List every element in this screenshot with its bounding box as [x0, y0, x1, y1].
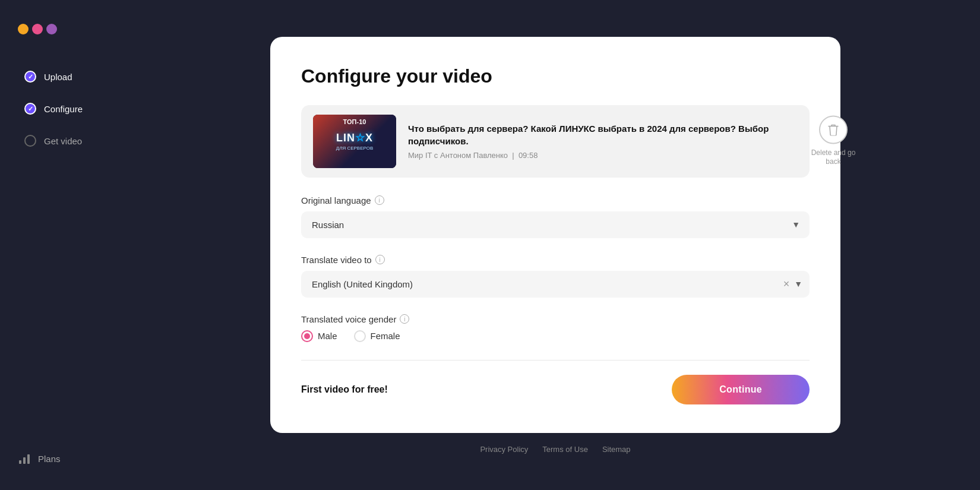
voice-gender-label: Translated voice gender i — [301, 314, 810, 324]
translate-to-label: Translate video to i — [301, 255, 810, 265]
delete-button[interactable]: Delete and go back — [810, 115, 857, 167]
svg-rect-2 — [27, 454, 30, 464]
original-language-label: Original language i — [301, 195, 810, 206]
radio-female-outer — [354, 330, 366, 342]
translate-to-select-wrapper: English (United Kingdom) English (United… — [301, 271, 810, 298]
radio-male-inner — [304, 333, 310, 339]
thumbnail-sub-text: ДЛЯ СЕРВЕРОВ — [336, 146, 374, 151]
svg-rect-0 — [19, 460, 21, 464]
radio-female-label: Female — [371, 331, 400, 341]
promo-label: First video for free! — [301, 384, 388, 395]
footer-terms-link[interactable]: Terms of Use — [542, 445, 588, 454]
continue-button[interactable]: Continue — [672, 375, 810, 404]
get-video-icon — [24, 134, 37, 147]
sidebar-item-upload-label: Upload — [44, 72, 72, 82]
translate-to-info-icon[interactable]: i — [375, 255, 385, 264]
radio-female[interactable]: Female — [354, 330, 400, 342]
configure-card: Configure your video ТОП-10 LIN☆X ДЛЯ СЕ… — [270, 37, 840, 433]
video-preview: ТОП-10 LIN☆X ДЛЯ СЕРВЕРОВ Что выбрать дл… — [301, 105, 810, 178]
video-title: Что выбрать для сервера? Какой ЛИНУКС вы… — [408, 122, 798, 147]
translate-to-clear-button[interactable]: × — [783, 279, 790, 289]
logo — [0, 18, 131, 58]
page-title: Configure your video — [301, 65, 810, 87]
delete-button-label: Delete and go back — [810, 148, 857, 167]
original-language-info-icon[interactable]: i — [375, 195, 384, 205]
video-info: Что выбрать для сервера? Какой ЛИНУКС вы… — [408, 122, 798, 160]
translate-to-controls: × ▼ — [783, 279, 802, 289]
footer-sitemap-link[interactable]: Sitemap — [602, 445, 631, 454]
translate-to-chevron-icon: ▼ — [794, 279, 802, 289]
sidebar-item-configure-label: Configure — [44, 104, 83, 114]
sidebar-item-get-video-label: Get video — [44, 136, 82, 146]
card-footer: First video for free! Continue — [301, 375, 810, 404]
video-thumbnail: ТОП-10 LIN☆X ДЛЯ СЕРВЕРОВ — [313, 115, 396, 168]
logo-dot-pink — [32, 24, 43, 34]
page-footer: Privacy Policy Terms of Use Sitemap — [480, 445, 630, 454]
sidebar-item-plans[interactable]: Plans — [0, 445, 131, 472]
sidebar-item-upload[interactable]: Upload — [6, 63, 125, 90]
logo-dot-purple — [46, 24, 57, 34]
configure-check-icon — [24, 102, 37, 115]
trash-icon — [819, 115, 848, 144]
original-language-select-wrapper: Russian English Spanish French German ▼ — [301, 211, 810, 238]
sidebar: Upload Configure Get video Plans — [0, 0, 131, 490]
logo-dots — [18, 24, 57, 34]
radio-male[interactable]: Male — [301, 330, 337, 342]
original-language-select[interactable]: Russian English Spanish French German — [301, 211, 810, 238]
upload-check-icon — [24, 70, 37, 83]
video-channel: Мир IT с Антоном Павленко | 09:58 — [408, 151, 798, 160]
thumbnail-top-text: ТОП-10 — [317, 118, 393, 126]
footer-divider — [301, 360, 810, 361]
radio-male-outer — [301, 330, 313, 342]
sidebar-item-get-video[interactable]: Get video — [6, 127, 125, 154]
sidebar-item-plans-label: Plans — [38, 454, 61, 464]
radio-male-label: Male — [318, 331, 337, 341]
voice-gender-radio-group: Male Female — [301, 330, 810, 342]
sidebar-item-configure[interactable]: Configure — [6, 95, 125, 122]
svg-rect-1 — [23, 457, 26, 464]
main-area: Configure your video ТОП-10 LIN☆X ДЛЯ СЕ… — [131, 0, 980, 490]
voice-gender-info-icon[interactable]: i — [400, 314, 409, 324]
translate-to-select[interactable]: English (United Kingdom) English (United… — [301, 271, 810, 298]
footer-privacy-link[interactable]: Privacy Policy — [480, 445, 528, 454]
plans-icon — [18, 452, 31, 465]
logo-dot-orange — [18, 24, 29, 34]
thumbnail-linux-text: LIN☆X — [336, 131, 373, 144]
